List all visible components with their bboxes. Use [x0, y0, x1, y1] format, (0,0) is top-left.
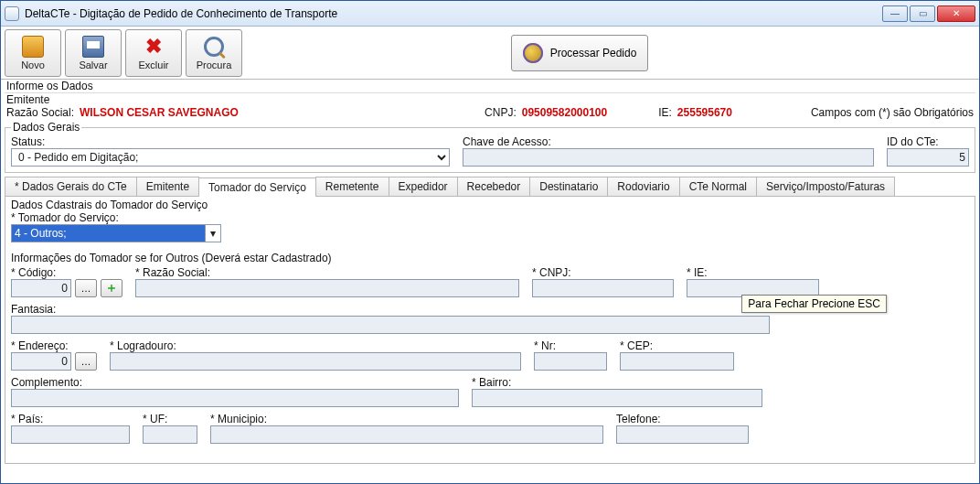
logradouro-label: * Logradouro:	[110, 339, 521, 352]
plus-icon: ＋	[105, 280, 118, 296]
codigo-add-button[interactable]: ＋	[101, 279, 122, 297]
magnifier-icon	[204, 37, 224, 57]
chave-acesso-label: Chave de Acesso:	[463, 135, 874, 148]
x-delete-icon: ✖	[145, 35, 162, 59]
fantasia-label: Fantasia:	[11, 303, 770, 316]
tab-recebedor[interactable]: Recebedor	[457, 177, 531, 196]
salvar-label: Salvar	[79, 59, 107, 70]
id-cte-input	[887, 148, 969, 167]
cep-label: * CEP:	[620, 339, 734, 352]
chevron-down-icon[interactable]: ▾	[205, 224, 221, 242]
status-label: Status:	[11, 135, 450, 148]
dados-gerais-group: Dados Gerais Status: 0 - Pedido em Digit…	[5, 121, 975, 173]
tomador-cadastrais-legend: Dados Cdastrais do Tomador do Serviço	[11, 199, 969, 211]
municipio-input[interactable]	[210, 425, 603, 444]
gear-process-icon	[523, 43, 543, 63]
content-area: Informe os Dados Emitente Razão Social: …	[1, 80, 979, 483]
tomador-ie-label: * IE:	[687, 266, 819, 279]
processar-label: Processar Pedido	[550, 47, 637, 59]
procura-label: Procura	[197, 59, 232, 70]
informe-dados-label: Informe os Dados	[5, 80, 975, 92]
tab-cte-normal[interactable]: CTe Normal	[679, 177, 757, 196]
cnpj-label: CNPJ:	[485, 106, 517, 119]
razao-social-value: WILSON CESAR SAVEGNAGO	[80, 106, 239, 119]
codigo-lookup-button[interactable]: …	[75, 279, 97, 297]
minimize-button[interactable]: —	[882, 5, 908, 22]
app-icon	[5, 6, 19, 21]
tomador-cnpj-label: * CNPJ:	[532, 266, 674, 279]
floppy-disk-icon	[82, 36, 104, 58]
cnpj-value: 09509582000100	[522, 106, 607, 119]
endereco-label: * Endereço:	[11, 339, 97, 352]
status-select[interactable]: 0 - Pedido em Digitação;	[11, 148, 450, 167]
salvar-button[interactable]: Salvar	[65, 29, 122, 77]
emitente-section: Emitente Razão Social: WILSON CESAR SAVE…	[5, 92, 975, 119]
endereco-input[interactable]	[11, 352, 71, 371]
ellipsis-icon: …	[81, 356, 91, 367]
maximize-button[interactable]: ▭	[910, 5, 935, 22]
app-window: DeltaCTe - Digitação de Pedido de Conhec…	[0, 0, 980, 484]
excluir-button[interactable]: ✖ Excluir	[125, 29, 182, 77]
municipio-label: * Municipio:	[210, 413, 603, 425]
dados-gerais-legend: Dados Gerais	[11, 121, 81, 134]
telefone-label: Telefone:	[616, 413, 749, 425]
tab-remetente[interactable]: Remetente	[315, 177, 389, 196]
id-cte-label: ID do CTe:	[887, 135, 969, 148]
title-bar: DeltaCTe - Digitação de Pedido de Conhec…	[1, 1, 979, 27]
uf-label: * UF:	[143, 413, 197, 425]
ellipsis-icon: …	[81, 283, 91, 294]
nr-label: * Nr:	[534, 339, 607, 352]
close-button[interactable]: ✕	[937, 5, 975, 22]
complemento-input[interactable]	[11, 389, 459, 407]
tomador-servico-label: * Tomador do Serviço:	[11, 211, 223, 224]
complemento-label: Complemento:	[11, 376, 459, 389]
tab-bar: * Dados Gerais do CTe Emitente Tomador d…	[5, 177, 975, 197]
endereco-lookup-button[interactable]: …	[75, 352, 97, 371]
box-open-icon	[22, 36, 44, 58]
pais-input[interactable]	[11, 425, 130, 444]
razao-social-input[interactable]	[135, 279, 519, 297]
logradouro-input[interactable]	[110, 352, 521, 371]
bairro-label: * Bairro:	[472, 376, 762, 389]
razao-label: * Razão Social:	[135, 266, 519, 279]
procura-button[interactable]: Procura	[186, 29, 242, 77]
tab-destinatario[interactable]: Destinatario	[529, 177, 608, 196]
tomador-servico-select[interactable]	[11, 224, 205, 242]
bairro-input[interactable]	[472, 389, 762, 407]
codigo-label: * Código:	[11, 266, 122, 279]
ie-label: IE:	[658, 106, 672, 119]
nr-input[interactable]	[534, 352, 607, 371]
tab-rodoviario[interactable]: Rodoviario	[607, 177, 679, 196]
uf-input[interactable]	[143, 425, 197, 444]
tab-emitente[interactable]: Emitente	[136, 177, 199, 196]
tab-tomador-servico[interactable]: Tomador do Serviço	[198, 177, 316, 197]
cep-input[interactable]	[620, 352, 734, 371]
codigo-input[interactable]	[11, 279, 71, 297]
main-toolbar: Novo Salvar ✖ Excluir Procura Processar …	[1, 27, 979, 80]
ie-value: 255595670	[677, 106, 732, 119]
telefone-input[interactable]	[616, 425, 749, 444]
excluir-label: Excluir	[138, 59, 168, 70]
emitente-legend: Emitente	[6, 93, 974, 106]
tab-expedidor[interactable]: Expedidor	[389, 177, 458, 196]
window-title: DeltaCTe - Digitação de Pedido de Conhec…	[25, 7, 337, 20]
tomador-cnpj-input[interactable]	[532, 279, 674, 297]
required-note: Campos com (*) são Obrigatórios	[811, 106, 974, 119]
razao-social-label: Razão Social:	[6, 106, 74, 119]
tab-servico-imposto-faturas[interactable]: Serviço/Imposto/Faturas	[756, 177, 895, 196]
pais-label: * País:	[11, 413, 130, 425]
novo-label: Novo	[21, 59, 45, 70]
chave-acesso-input[interactable]	[463, 148, 874, 167]
processar-pedido-button[interactable]: Processar Pedido	[511, 35, 648, 71]
tomador-cadastrais-fieldset: Dados Cdastrais do Tomador do Serviço * …	[11, 199, 969, 444]
esc-tooltip: Para Fechar Precione ESC	[741, 295, 887, 313]
tab-dados-gerais-cte[interactable]: * Dados Gerais do CTe	[5, 177, 137, 196]
fantasia-input[interactable]	[11, 316, 770, 334]
tomador-outros-info-label: Informações do Tomador se for Outros (De…	[11, 252, 969, 264]
novo-button[interactable]: Novo	[5, 29, 61, 77]
tab-panel-tomador: Dados Cdastrais do Tomador do Serviço * …	[5, 197, 975, 464]
